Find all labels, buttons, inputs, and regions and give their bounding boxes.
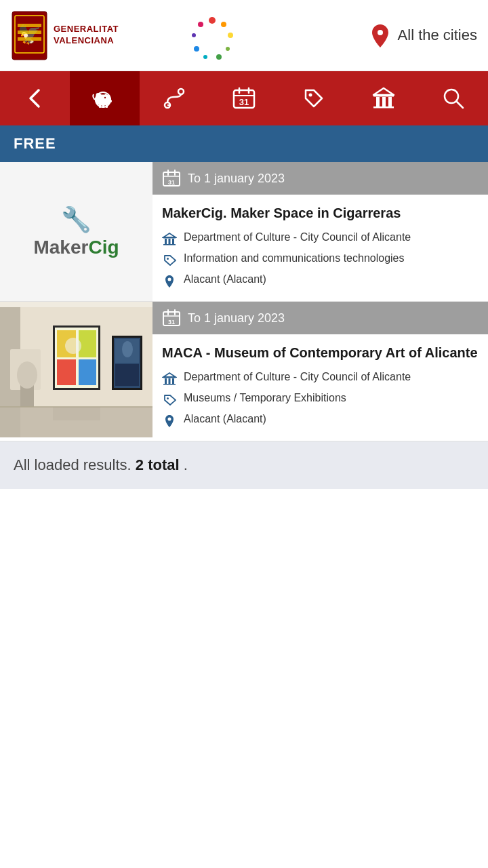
main-toolbar: 31 [0, 71, 488, 125]
svg-rect-22 [99, 104, 101, 108]
result-2-location: Alacant (Alacant) [162, 413, 479, 429]
location-label: All the cities [398, 26, 477, 44]
result-2-department: Department of Culture - City Council of … [162, 371, 479, 387]
budget-button[interactable] [70, 71, 140, 125]
calendar-icon: 31 [230, 85, 258, 112]
svg-rect-24 [106, 104, 108, 108]
pin-small-icon [162, 274, 177, 289]
filter-bar: FREE [0, 125, 488, 162]
svg-rect-34 [373, 95, 394, 97]
svg-rect-86 [163, 384, 176, 385]
result-2-meta: Department of Culture - City Council of … [162, 371, 479, 429]
result-1-date: To 1 january 2023 [188, 172, 285, 186]
search-icon [440, 85, 467, 112]
svg-point-6 [209, 17, 216, 24]
routes-icon [161, 85, 188, 112]
result-2-department-text: Department of Culture - City Council of … [184, 371, 411, 383]
location-selector[interactable]: All the cities [368, 23, 477, 47]
svg-point-87 [167, 397, 169, 399]
results-list: 🔧 MakerCig 31 To 1 january 2023 MakerCig… [0, 162, 488, 441]
svg-point-52 [167, 258, 169, 260]
result-2-category: Museums / Temporary Exhibitions [162, 392, 479, 408]
result-date-bar: 31 To 1 january 2023 [152, 302, 488, 334]
tag-icon [300, 85, 327, 112]
svg-rect-23 [102, 104, 104, 108]
svg-rect-3 [18, 24, 41, 27]
pin-small-icon-2 [162, 414, 177, 429]
logo-text-block: GENERALITAT VALENCIANA [54, 24, 119, 47]
svg-point-19 [108, 100, 112, 103]
tag-small-icon [162, 253, 177, 268]
gv-logo-icon: 🦅 [11, 10, 48, 61]
svg-rect-49 [169, 239, 171, 244]
svg-point-13 [192, 33, 196, 37]
svg-point-12 [194, 46, 199, 52]
svg-point-7 [221, 22, 226, 27]
calendar-small-icon: 31 [162, 169, 181, 188]
svg-rect-74 [53, 407, 100, 420]
result-2-title: MACA - Museum of Contemporary Art of Ali… [162, 344, 479, 361]
location-pin-icon [368, 23, 392, 47]
svg-rect-38 [373, 106, 394, 108]
dots-spinner [188, 15, 229, 56]
tag-small-icon-2 [162, 393, 177, 408]
app-header: 🦅 GENERALITAT VALENCIANA [0, 0, 488, 71]
svg-rect-83 [165, 378, 167, 384]
svg-rect-47 [163, 237, 176, 239]
calendar-button[interactable]: 31 [209, 71, 279, 125]
result-1-details: MakerCig. Maker Space in Cigarreras Depa… [152, 195, 488, 301]
piggy-bank-icon [91, 85, 118, 112]
result-thumbnail: 🔧 MakerCig [0, 162, 152, 301]
svg-point-11 [203, 55, 207, 59]
svg-text:31: 31 [168, 179, 175, 186]
svg-rect-21 [101, 94, 105, 95]
result-2-location-text: Alacant (Alacant) [184, 413, 266, 425]
footer-text-after: . [184, 456, 188, 473]
svg-rect-57 [0, 302, 152, 307]
svg-rect-36 [382, 97, 386, 106]
result-thumbnail [0, 302, 152, 437]
svg-point-61 [17, 361, 37, 389]
institution-icon [162, 232, 177, 247]
svg-point-26 [178, 89, 184, 94]
svg-rect-84 [169, 378, 171, 384]
back-button[interactable] [0, 71, 70, 125]
logo-line1: GENERALITAT [54, 24, 119, 34]
svg-marker-33 [373, 88, 394, 95]
svg-rect-82 [163, 377, 176, 378]
result-1-category: Information and communications technolog… [162, 252, 479, 268]
svg-marker-46 [163, 233, 176, 237]
svg-rect-4 [18, 31, 41, 34]
footer-text-before: All loaded results. [14, 456, 131, 473]
result-date-bar: 31 To 1 january 2023 [152, 162, 488, 195]
result-1-location: Alacant (Alacant) [162, 273, 479, 289]
art-room-image [0, 302, 152, 437]
logo-line2: VALENCIANA [54, 35, 114, 45]
museum-button[interactable] [348, 71, 418, 125]
back-arrow-icon [21, 85, 48, 112]
tags-button[interactable] [279, 71, 348, 125]
svg-point-20 [104, 97, 106, 98]
svg-text:31: 31 [168, 319, 175, 326]
makercig-logo: 🔧 MakerCig [33, 205, 119, 258]
result-1-location-text: Alacant (Alacant) [184, 273, 266, 285]
svg-rect-72 [115, 364, 139, 386]
svg-rect-35 [376, 97, 380, 106]
svg-point-14 [198, 22, 203, 27]
table-row[interactable]: 🔧 MakerCig 31 To 1 january 2023 MakerCig… [0, 162, 488, 302]
svg-point-9 [226, 47, 230, 51]
museum-icon [370, 85, 397, 112]
result-1-category-text: Information and communications technolog… [184, 252, 405, 264]
result-info: 31 To 1 january 2023 MakerCig. Maker Spa… [152, 162, 488, 301]
svg-point-10 [216, 54, 222, 60]
svg-point-68 [65, 338, 81, 354]
search-button[interactable] [418, 71, 488, 125]
result-1-title: MakerCig. Maker Space in Cigarreras [162, 204, 479, 222]
makercig-cig-text: Cig [88, 237, 119, 258]
svg-rect-85 [172, 378, 174, 384]
logo-area: 🦅 GENERALITAT VALENCIANA [11, 10, 119, 61]
routes-button[interactable] [140, 71, 209, 125]
svg-point-18 [96, 93, 101, 97]
table-row[interactable]: 31 To 1 january 2023 MACA - Museum of Co… [0, 302, 488, 441]
result-2-category-text: Museums / Temporary Exhibitions [184, 392, 346, 404]
